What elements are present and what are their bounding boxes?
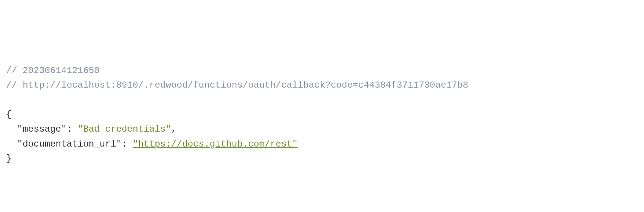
json-value-message: "Bad credentials" <box>78 124 171 134</box>
open-brace: { <box>6 109 11 120</box>
json-viewer: // 20230614121650// http://localhost:891… <box>6 64 638 166</box>
close-brace: } <box>6 153 11 164</box>
json-key-documentation-url: "documentation_url" <box>17 139 122 149</box>
colon: : <box>66 124 78 134</box>
property-line-documentation-url: "documentation_url": "https://docs.githu… <box>6 137 638 152</box>
comment-timestamp: 20230614121650 <box>23 65 100 76</box>
comment-line-timestamp: // 20230614121650 <box>6 64 638 78</box>
comment-url: http://localhost:8910/.redwood/functions… <box>23 80 468 90</box>
comment-line-url: // http://localhost:8910/.redwood/functi… <box>6 78 638 93</box>
colon: : <box>121 139 133 149</box>
json-key-message: "message" <box>17 124 67 134</box>
blank-line <box>6 93 638 107</box>
json-value-documentation-url-link[interactable]: "https://docs.github.com/rest" <box>133 139 298 149</box>
open-brace-line: { <box>6 108 638 122</box>
property-line-message: "message": "Bad credentials", <box>6 122 638 137</box>
comment-prefix: // <box>6 80 23 90</box>
comment-prefix: // <box>6 65 23 76</box>
comma: , <box>171 124 176 134</box>
close-brace-line: } <box>6 152 638 166</box>
